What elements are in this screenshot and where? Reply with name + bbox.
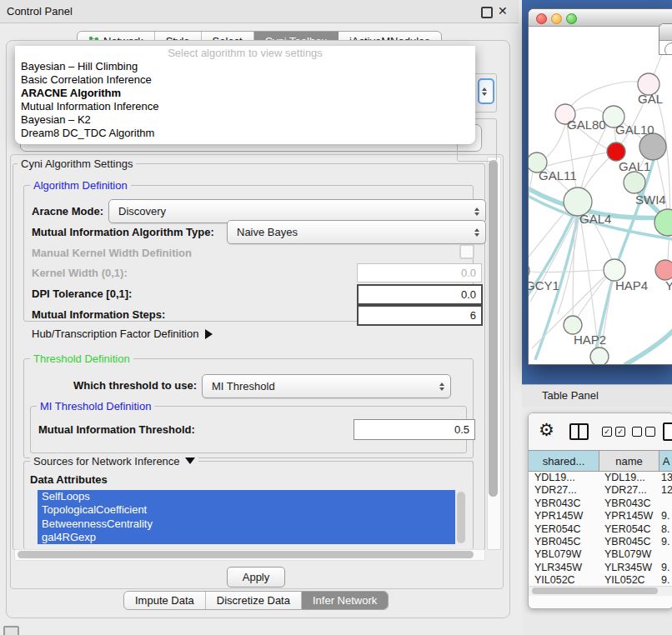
window-close-button[interactable]: [536, 13, 547, 24]
chevron-updown-icon: [482, 88, 487, 96]
network-edge[interactable]: [542, 124, 565, 160]
algorithm-combo-spinner[interactable]: [478, 78, 494, 104]
table-row[interactable]: YDL19...YDL19...13: [529, 472, 672, 484]
column-header-shared[interactable]: shared...: [529, 451, 599, 471]
algorithm-dropdown-placeholder: Select algorithm to view settings: [15, 46, 475, 60]
node-label: GAL11: [539, 168, 577, 182]
table-row[interactable]: YBR043CYBR043C: [529, 498, 672, 510]
background-window-fragment[interactable]: [659, 23, 672, 55]
mi-steps-input[interactable]: 6: [357, 305, 483, 326]
attribute-item-selected[interactable]: BetweennessCentrality: [38, 518, 455, 531]
network-edge[interactable]: [575, 108, 604, 113]
which-threshold-label: Which threshold to use:: [73, 379, 197, 392]
which-threshold-combo[interactable]: MI Threshold: [202, 374, 451, 398]
close-icon[interactable]: ✕: [498, 4, 508, 18]
table-row[interactable]: YBR045CYBR045C9.: [529, 536, 672, 548]
window-minimize-button[interactable]: [551, 13, 562, 24]
chevron-updown-icon: [439, 382, 444, 391]
table-row[interactable]: YIL052CYIL052C9.: [529, 574, 672, 586]
node-label: GAL80: [567, 118, 606, 132]
mi-algorithm-type-combo[interactable]: Naive Bayes: [227, 220, 486, 244]
network-graph[interactable]: GALGAL80GAL10GAL1GAL11SWI4GAL4GCY1HAP4YH…: [529, 27, 672, 364]
network-edge[interactable]: [529, 172, 533, 261]
settings-scrollbar[interactable]: [487, 157, 501, 550]
network-edge[interactable]: [570, 82, 645, 107]
network-node-swi4[interactable]: [624, 172, 645, 193]
network-edge[interactable]: [580, 216, 599, 352]
tab-discretize-data[interactable]: Discretize Data: [206, 592, 302, 609]
algorithm-option[interactable]: Mutual Information Inference: [15, 100, 475, 113]
algorithm-definition-title: Algorithm Definition: [30, 179, 131, 192]
table-panel-titlebar: Table Panel: [522, 384, 672, 408]
table-row[interactable]: YBL079WYBL079W: [529, 548, 672, 561]
float-icon[interactable]: [481, 7, 493, 18]
table-row[interactable]: YLR345WYLR345W9.: [529, 562, 672, 574]
attribute-item-selected[interactable]: gal4RGexp: [38, 531, 455, 544]
algorithm-option[interactable]: Bayesian – K2: [15, 113, 475, 127]
tab-infer-network[interactable]: Infer Network: [302, 592, 388, 609]
sources-group-title[interactable]: Sources for Network Inference: [30, 455, 198, 468]
network-window-titlebar[interactable]: [529, 9, 672, 27]
network-edge[interactable]: [584, 158, 609, 188]
tab-impute-data[interactable]: Impute Data: [124, 592, 206, 609]
network-edge[interactable]: [529, 211, 566, 263]
node-label: GAL1: [619, 159, 650, 173]
attribute-item-selected[interactable]: TopologicalCoefficient: [38, 503, 455, 517]
scrollbar-thumb[interactable]: [18, 551, 474, 558]
document-icon[interactable]: [663, 422, 672, 441]
attribute-item-selected[interactable]: SelfLoops: [38, 490, 455, 503]
table-hscrollbar[interactable]: [529, 586, 672, 596]
network-edge[interactable]: [624, 327, 672, 364]
gear-icon[interactable]: ⚙: [539, 420, 554, 440]
network-edge[interactable]: [529, 270, 604, 272]
mi-threshold-input[interactable]: 0.5: [354, 419, 475, 440]
kernel-width-input[interactable]: 0.0: [357, 263, 482, 282]
algorithm-option[interactable]: Basic Correlation Inference: [15, 73, 475, 87]
network-edge[interactable]: [547, 152, 607, 166]
table-row[interactable]: YER054CYER054C8.: [529, 523, 672, 536]
node-label: GAL4: [579, 212, 611, 226]
mi-algorithm-type-label: Mutual Information Algorithm Type:: [32, 226, 214, 238]
table-panel-title: Table Panel: [542, 389, 599, 402]
table-row[interactable]: YPR145WYPR145W9.: [529, 510, 672, 522]
network-view-window[interactable]: GALGAL80GAL10GAL1GAL11SWI4GAL4GCY1HAP4YH…: [528, 8, 672, 365]
select-all-checkboxes-icon[interactable]: ✓✓: [602, 427, 625, 437]
chevron-updown-icon: [474, 208, 479, 216]
disclosure-closed-icon: [205, 329, 213, 339]
threshold-definition-title: Threshold Definition: [30, 352, 133, 365]
algorithm-option[interactable]: Bayesian – Hill Climbing: [15, 60, 475, 73]
node-label: HAP2: [574, 332, 606, 347]
network-node[interactable]: [590, 348, 609, 364]
aracne-mode-label: Aracne Mode:: [32, 205, 103, 218]
split-columns-icon[interactable]: [569, 423, 589, 440]
scrollbar-thumb[interactable]: [532, 588, 658, 594]
table-row[interactable]: YDR27...YDR27...12: [529, 484, 672, 497]
apply-button[interactable]: Apply: [227, 567, 285, 588]
scrollbar-thumb[interactable]: [489, 160, 498, 497]
network-node-y[interactable]: [655, 260, 672, 280]
control-panel-title: Control Panel: [7, 5, 73, 18]
network-node[interactable]: [639, 133, 666, 160]
data-attributes-list[interactable]: SelfLoops TopologicalCoefficient Between…: [38, 490, 455, 545]
window-zoom-button[interactable]: [566, 13, 577, 24]
table-rows: YDL19...YDL19...13 YDR27...YDR27...12 YB…: [529, 472, 672, 586]
hub-definition-disclosure[interactable]: Hub/Transcription Factor Definition: [32, 328, 213, 340]
column-header-name[interactable]: name: [599, 451, 659, 471]
table-header: shared... name A: [529, 450, 672, 472]
network-node-gal1[interactable]: [607, 142, 625, 161]
attribute-list-scrollbar[interactable]: [457, 492, 465, 543]
node-table-window[interactable]: ⚙ ✓✓ shared... name A YDL19...YDL19...13…: [528, 412, 672, 609]
algorithm-dropdown-popup: Select algorithm to view settings Bayesi…: [15, 46, 475, 144]
column-header-partial[interactable]: A: [659, 451, 672, 471]
node-label: SWI4: [635, 192, 666, 207]
network-node-hap2[interactable]: [564, 316, 582, 334]
dpi-tolerance-input[interactable]: 0.0: [357, 284, 483, 305]
algorithm-option-highlighted[interactable]: ARACNE Algorithm: [15, 87, 475, 100]
node-label: Y: [665, 278, 672, 292]
settings-hscrollbar[interactable]: [14, 549, 485, 561]
deselect-all-checkboxes-icon[interactable]: [632, 427, 655, 437]
algorithm-option[interactable]: Dream8 DC_TDC Algorithm: [15, 127, 475, 140]
manual-kernel-width-checkbox[interactable]: [459, 244, 474, 259]
dock-panel-icon[interactable]: [3, 626, 19, 635]
mi-threshold-label: Mutual Information Threshold:: [38, 423, 195, 436]
